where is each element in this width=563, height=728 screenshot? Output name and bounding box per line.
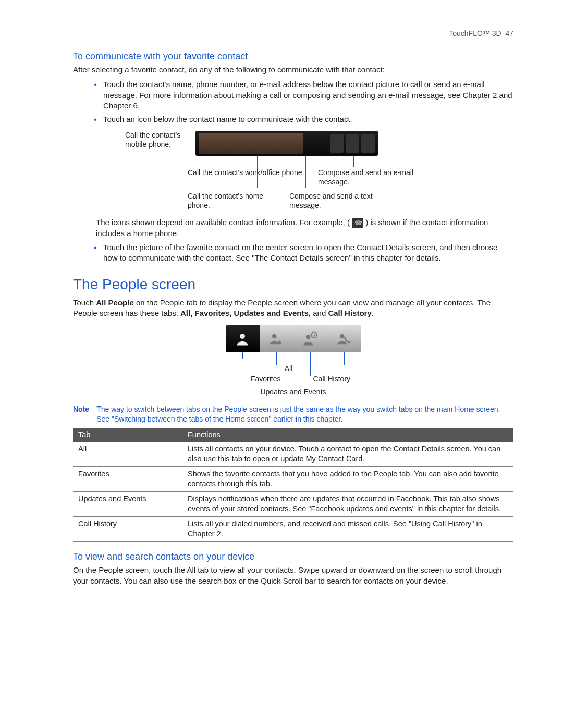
note-text: The way to switch between tabs on the Pe… [96,404,513,424]
contact-thumb [361,134,375,153]
col-tab: Tab [73,428,182,442]
label-all: All [278,364,299,374]
contact-icons-diagram: Call the contact's mobile phone. Call th… [125,131,459,210]
home-phone-icon [352,218,363,228]
heading-people-screen: The People screen [73,275,513,294]
subheading-view-search: To view and search contacts on your devi… [73,550,513,563]
svg-point-0 [240,334,245,339]
contact-photo-strip [199,133,303,154]
people-tabs-diagram: All Favorites Call History Updates and E… [226,325,361,398]
bullet-item: Touch the picture of the favorite contac… [94,241,513,266]
icons-note: The icons shown depend on available cont… [96,217,513,239]
chapter-name: TouchFLO™ 3D [449,29,501,38]
callout-home: Call the contact's home phone. [188,192,287,210]
svg-point-2 [306,334,311,339]
people-lead: Touch All People on the People tab to di… [73,298,513,319]
svg-point-4 [340,334,345,338]
tab-row [226,325,361,352]
tab-callhistory-icon [327,325,361,352]
contact-thumb [330,134,344,153]
table-row: All Lists all contacts on your device. T… [73,442,513,467]
tab-updates-icon [293,325,327,352]
label-updates: Updates and Events [260,387,326,397]
bullet-item: Touch an icon below the contact name to … [94,113,513,127]
manual-page: TouchFLO™ 3D 47 To communicate with your… [0,0,563,728]
callout-email: Compose and send an e-mail message. [318,168,433,187]
contact-thumb [346,134,359,153]
tab-labels-row2: Favorites Call History [226,374,361,384]
text: The icons shown depend on available cont… [96,218,350,227]
tab-labels-row3: Updates and Events [226,387,361,397]
bullet-list: Touch the picture of the favorite contac… [94,241,513,266]
note: Note The way to switch between tabs on t… [73,404,513,424]
lead-text: After selecting a favorite contact, do a… [73,65,513,75]
callout-work: Call the contact's work/office phone. [188,168,318,187]
view-search-body: On the People screen, touch the All tab … [73,565,513,586]
table-row: Call History Lists all your dialed numbe… [73,516,513,541]
tab-favorites-icon [260,325,293,352]
subheading-communicate: To communicate with your favorite contac… [73,50,513,63]
tabs-function-table: Tab Functions All Lists all contacts on … [73,428,513,542]
tab-labels-row1: All [226,364,361,374]
table-row: Favorites Shows the favorite contacts th… [73,466,513,491]
bullet-list: Touch the contact's name, phone number, … [94,78,513,127]
table-row: Updates and Events Displays notification… [73,491,513,516]
running-header: TouchFLO™ 3D 47 [73,29,513,39]
callout-text: Compose and send a text message. [289,192,404,210]
tab-all-icon [226,325,260,352]
label-callhistory: Call History [313,374,351,384]
callout-mobile: Call the contact's mobile phone. [125,131,193,149]
note-label: Note [73,404,89,424]
svg-point-1 [272,334,277,338]
bullet-item: Touch the contact's name, phone number, … [94,78,513,113]
label-favorites: Favorites [251,374,281,384]
page-number: 47 [505,29,513,38]
col-functions: Functions [182,428,513,442]
contact-icon-bar [195,131,378,156]
